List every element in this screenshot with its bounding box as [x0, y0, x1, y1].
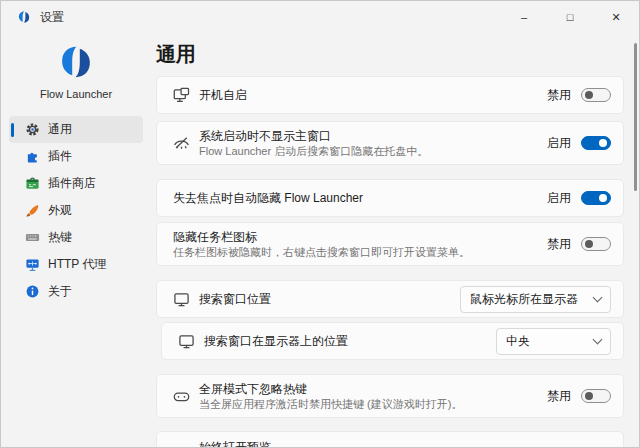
window-controls: –□✕	[501, 1, 639, 33]
sidebar-item-label: 插件	[48, 148, 72, 165]
row-search-window-screen-position: 搜索窗口在显示器上的位置中央	[161, 322, 624, 360]
sidebar-item-label: 关于	[48, 283, 72, 300]
proxy-icon	[25, 257, 40, 272]
settings-window: 设置 –□✕ Flow Launcher 通用插件插件商店外观热键HTTP 代理…	[0, 0, 640, 448]
hide-when-focus-lost-toggle[interactable]	[581, 191, 611, 205]
gear-icon	[25, 122, 40, 137]
sidebar-item-label: 通用	[48, 121, 72, 138]
sidebar-item-about[interactable]: 关于	[9, 278, 143, 305]
sidebar-item-plugins[interactable]: 插件	[9, 143, 143, 170]
preview-icon	[173, 446, 190, 448]
row-title: 搜索窗口在显示器上的位置	[204, 334, 348, 349]
settings-rows: 开机自启禁用系统启动时不显示主窗口Flow Launcher 启动后搜索窗口隐藏…	[156, 76, 624, 447]
brush-icon	[25, 203, 40, 218]
row-title: 全屏模式下忽略热键	[199, 382, 462, 397]
toggle-knob	[599, 194, 607, 202]
flow-launcher-logo	[57, 43, 95, 81]
active-indicator	[11, 123, 14, 137]
startup-monitor-icon	[173, 87, 190, 104]
scrollbar[interactable]	[632, 35, 639, 445]
row-subtitle: 任务栏图标被隐藏时，右键点击搜索窗口即可打开设置菜单。	[173, 246, 470, 259]
sidebar-item-plugin-store[interactable]: 插件商店	[9, 170, 143, 197]
toggle-state-label: 启用	[547, 190, 571, 207]
toggle-knob	[585, 91, 593, 99]
app-logo-icon	[17, 10, 31, 24]
gamepad-icon	[173, 388, 190, 405]
row-always-preview: 始终打开预览Flow 启动时总是打开预览面板，按 F1 以切换预览禁用	[156, 431, 624, 447]
hide-taskbar-icon-toggle[interactable]	[581, 237, 611, 251]
search-window-screen-position-dropdown[interactable]: 中央	[496, 328, 611, 355]
row-title: 始终打开预览	[199, 440, 442, 448]
row-hide-taskbar-icon: 隐藏任务栏图标任务栏图标被隐藏时，右键点击搜索窗口即可打开设置菜单。禁用	[156, 222, 624, 266]
toggle-knob	[585, 392, 593, 400]
row-title: 隐藏任务栏图标	[173, 230, 470, 245]
settings-content: 通用 开机自启禁用系统启动时不显示主窗口Flow Launcher 启动后搜索窗…	[151, 33, 639, 447]
row-subtitle: 当全屏应用程序激活时禁用快捷键 (建议游戏时打开)。	[199, 398, 462, 411]
monitor-icon	[178, 333, 195, 350]
hide-on-startup-toggle[interactable]	[581, 136, 611, 150]
sidebar: Flow Launcher 通用插件插件商店外观热键HTTP 代理关于	[1, 33, 151, 447]
close-button[interactable]: ✕	[593, 1, 639, 33]
dropdown-value: 中央	[506, 333, 530, 350]
scrollbar-thumb[interactable]	[634, 43, 637, 191]
toggle-state-label: 禁用	[547, 446, 571, 448]
toggle-state-label: 禁用	[547, 388, 571, 405]
sidebar-item-label: 热键	[48, 229, 72, 246]
sidebar-item-label: 外观	[48, 202, 72, 219]
row-subtitle: Flow Launcher 启动后搜索窗口隐藏在托盘中。	[199, 145, 428, 158]
row-title: 失去焦点时自动隐藏 Flow Launcher	[173, 191, 363, 206]
row-hide-on-startup: 系统启动时不显示主窗口Flow Launcher 启动后搜索窗口隐藏在托盘中。启…	[156, 121, 624, 165]
row-ignore-hotkeys-fullscreen: 全屏模式下忽略热键当全屏应用程序激活时禁用快捷键 (建议游戏时打开)。禁用	[156, 374, 624, 418]
row-title: 开机自启	[199, 88, 247, 103]
minimize-button[interactable]: –	[501, 1, 547, 33]
window-title: 设置	[40, 9, 64, 26]
store-icon	[25, 176, 40, 191]
dropdown-value: 鼠标光标所在显示器	[470, 291, 578, 308]
keyboard-icon	[25, 230, 40, 245]
info-icon	[25, 284, 40, 299]
sidebar-item-hotkeys[interactable]: 热键	[9, 224, 143, 251]
sidebar-item-label: HTTP 代理	[48, 256, 106, 273]
puzzle-icon	[25, 149, 40, 164]
sidebar-item-appearance[interactable]: 外观	[9, 197, 143, 224]
toggle-knob	[599, 139, 607, 147]
titlebar: 设置 –□✕	[1, 1, 639, 33]
row-title: 搜索窗口位置	[199, 292, 271, 307]
sidebar-item-general[interactable]: 通用	[9, 116, 143, 143]
row-start-on-boot: 开机自启禁用	[156, 76, 624, 114]
app-name: Flow Launcher	[1, 88, 151, 100]
toggle-state-label: 禁用	[547, 87, 571, 104]
page-title: 通用	[156, 39, 624, 69]
maximize-button[interactable]: □	[547, 1, 593, 33]
row-hide-when-focus-lost: 失去焦点时自动隐藏 Flow Launcher启用	[156, 179, 624, 217]
sidebar-nav: 通用插件插件商店外观热键HTTP 代理关于	[1, 116, 151, 305]
chevron-down-icon	[593, 335, 603, 345]
toggle-state-label: 启用	[547, 135, 571, 152]
row-search-window-position: 搜索窗口位置鼠标光标所在显示器	[156, 280, 624, 318]
toggle-state-label: 禁用	[547, 236, 571, 253]
row-title: 系统启动时不显示主窗口	[199, 129, 428, 144]
sidebar-item-label: 插件商店	[48, 175, 96, 192]
eye-slash-icon	[173, 135, 190, 152]
toggle-knob	[585, 240, 593, 248]
start-on-boot-toggle[interactable]	[581, 88, 611, 102]
monitor-icon	[173, 291, 190, 308]
chevron-down-icon	[593, 293, 603, 303]
search-window-position-dropdown[interactable]: 鼠标光标所在显示器	[460, 286, 611, 313]
ignore-hotkeys-fullscreen-toggle[interactable]	[581, 389, 611, 403]
sidebar-item-http-proxy[interactable]: HTTP 代理	[9, 251, 143, 278]
